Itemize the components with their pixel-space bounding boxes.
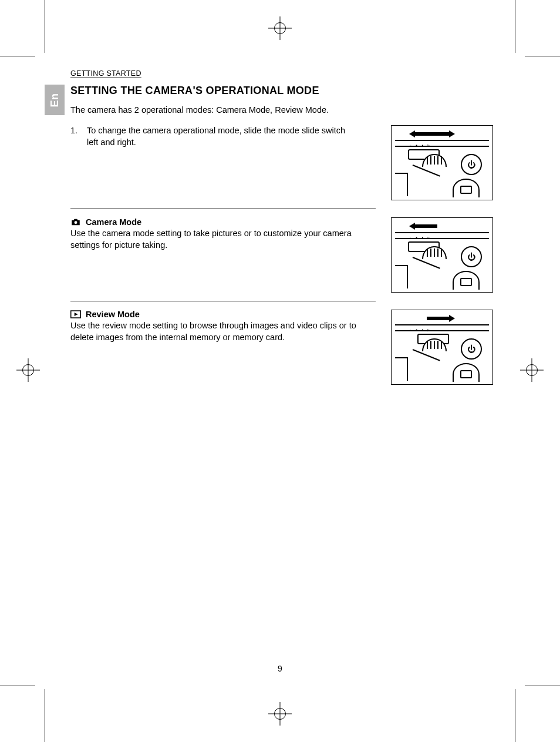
play-icon [70, 310, 81, 318]
register-mark-top [268, 16, 292, 40]
page-title: SETTING THE CAMERA'S OPERATIONAL MODE [70, 85, 493, 97]
review-mode-heading: Review Mode [86, 310, 140, 319]
divider [70, 301, 376, 301]
step-1: 1. To change the camera operational mode… [70, 125, 493, 200]
register-mark-right [520, 358, 544, 382]
language-label: En [48, 93, 60, 107]
language-tab: En [45, 85, 65, 115]
step-1-text: To change the camera operational mode, s… [87, 125, 358, 148]
divider [70, 209, 376, 209]
camera-mode-desc: Use the camera mode setting to take pict… [70, 228, 376, 251]
intro-text: The camera has 2 operational modes: Came… [70, 105, 493, 115]
register-mark-left [16, 358, 40, 382]
running-head: GETTING STARTED [70, 69, 493, 78]
review-mode-section: Review Mode Use the review mode setting … [70, 310, 493, 385]
review-mode-desc: Use the review mode setting to browse th… [70, 320, 376, 343]
camera-mode-section: Camera Mode Use the camera mode setting … [70, 217, 493, 293]
camera-icon [70, 218, 81, 226]
step-1-number: 1. [70, 125, 81, 148]
camera-mode-heading: Camera Mode [86, 217, 141, 227]
page-number: 9 [0, 664, 560, 673]
figure-review-mode: ◦ • • ▷ [391, 310, 493, 385]
figure-camera-mode: ◦ • • ▷ [391, 217, 493, 293]
register-mark-bottom [268, 702, 292, 726]
svg-point-0 [75, 221, 77, 224]
figure-mode-switch-overview: ◦ • • ▷ [391, 125, 493, 200]
